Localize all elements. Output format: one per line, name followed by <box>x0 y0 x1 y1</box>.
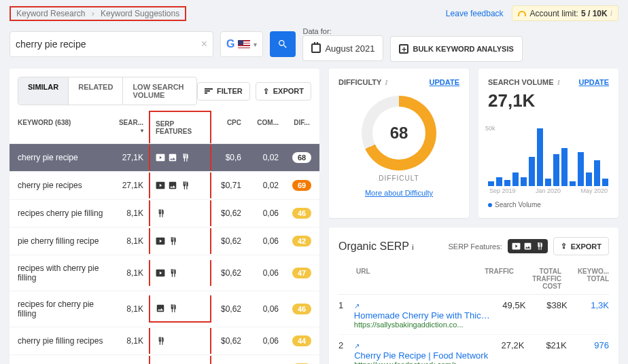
cell-dif: 44 <box>284 327 319 354</box>
organic-serp-card: Organic SERP i SERP Features: ⇪ EXPORT <box>329 228 618 364</box>
cell-search: 8,1K <box>111 260 149 286</box>
chart-x-axis: Sep 2019Jan 2020May 2020 <box>488 187 609 194</box>
th-serp-features[interactable]: SERP FEATURES <box>149 111 211 143</box>
cell-com: 0,06 <box>247 296 284 322</box>
table-header: KEYWORD (638) SEAR... ▾ SERP FEATURES CP… <box>10 111 319 144</box>
chart-bar <box>529 157 535 186</box>
update-volume[interactable]: Update <box>579 78 609 86</box>
breadcrumb-2[interactable]: Keyword Suggestions <box>101 9 179 18</box>
cell-com: 0,06 <box>247 260 284 286</box>
cell-com: 0,02 <box>247 172 284 198</box>
video-icon <box>156 153 165 162</box>
info-icon[interactable]: i <box>557 78 560 86</box>
th-cpc[interactable]: CPC <box>211 111 247 143</box>
account-limit-badge[interactable]: Account limit: 5 / 10K i <box>512 5 618 21</box>
plus-box-icon: + <box>399 44 408 54</box>
table-row[interactable]: cherry pie filling recipes8,1K$0,620,064… <box>10 327 319 355</box>
table-row[interactable]: pie cherry filling recipe8,1K$0,620,0642 <box>10 228 319 255</box>
info-icon[interactable]: i <box>385 78 387 86</box>
cell-serp-features <box>149 228 211 254</box>
chart-bar <box>521 177 527 186</box>
more-about-difficulty[interactable]: More about Difficulty <box>338 189 459 197</box>
serp-export-button[interactable]: ⇪ EXPORT <box>553 237 609 255</box>
cell-cpc: $0,62 <box>211 260 247 286</box>
export-icon: ⇪ <box>561 242 567 251</box>
keyword-search-box[interactable]: × <box>10 31 213 57</box>
difficulty-sub: DIFFICULT <box>338 175 459 182</box>
serp-title-link[interactable]: Homemade Cherry Pie with Thick... <box>354 310 490 321</box>
serp-title-link[interactable]: Cherry Pie Recipe | Food Network <box>354 350 488 361</box>
breadcrumb[interactable]: Keyword Research › Keyword Suggestions <box>10 6 186 21</box>
date-picker[interactable]: August 2021 <box>302 35 383 61</box>
chart-bar <box>553 154 559 186</box>
recipe-icon <box>168 268 177 278</box>
cell-com: 0,06 <box>247 200 284 226</box>
cell-serp-features <box>149 328 211 354</box>
cell-dif: 46 <box>284 295 319 323</box>
leave-feedback-link[interactable]: Leave feedback <box>446 9 504 18</box>
table-row[interactable]: recipes for cherry pie filling8,1K$0,620… <box>10 291 319 327</box>
serp-features-pill[interactable] <box>508 239 548 253</box>
bulk-analysis-button[interactable]: + BULK KEYWORD ANALYSIS <box>390 36 522 62</box>
volume-value: 27,1K <box>488 90 609 111</box>
cell-search: 8,1K <box>111 356 149 364</box>
table-row[interactable]: cherry pie recipes27,1K$0,710,0269 <box>10 172 319 200</box>
th-keyword[interactable]: KEYWORD (638) <box>10 111 111 143</box>
tab-similar[interactable]: SIMILAR <box>18 77 68 105</box>
breadcrumb-1[interactable]: Keyword Research <box>16 9 85 18</box>
cell-keyword: recipes for cherry pie filling <box>10 291 111 327</box>
cell-keyword: recipes cherry pie filling <box>10 200 111 226</box>
chevron-down-icon: ▾ <box>141 128 143 134</box>
recipe-icon <box>156 336 165 346</box>
calendar-icon <box>311 43 321 53</box>
serp-table-header: URL TRAFFIC TOTAL TRAFFIC COST KEYWO... … <box>338 263 609 295</box>
serp-url: https://sallysbakingaddiction.co... <box>354 321 490 329</box>
filter-button[interactable]: FILTER <box>197 82 250 101</box>
update-difficulty[interactable]: Update <box>430 78 459 86</box>
cell-keyword: cherry pie recipe <box>10 145 111 170</box>
cell-search: 8,1K <box>111 200 149 226</box>
cell-search: 8,1K <box>111 296 149 322</box>
volume-card: SEARCH VOLUME i Update 27,1K 50k Sep 201… <box>478 69 618 218</box>
cell-serp-features <box>149 295 211 323</box>
google-icon: G <box>226 38 234 50</box>
video-icon <box>156 268 165 278</box>
serp-kw-link[interactable]: 1,3K <box>568 300 609 310</box>
external-icon[interactable]: ↗ <box>354 342 360 350</box>
export-button[interactable]: ⇪ EXPORT <box>256 82 311 101</box>
table-row[interactable]: recipes cherry pie filling8,1K$0,620,064… <box>10 200 319 228</box>
search-icon <box>277 39 288 50</box>
engine-locale-select[interactable]: G ▾ <box>220 31 263 57</box>
table-row[interactable]: recipes with cherry pie filling8,1K$0,62… <box>10 255 319 291</box>
recipe-icon <box>535 242 544 251</box>
th-search[interactable]: SEAR... ▾ <box>111 111 149 143</box>
chart-bar <box>545 179 551 186</box>
video-icon <box>156 181 165 190</box>
external-icon[interactable]: ↗ <box>354 302 360 310</box>
th-competition[interactable]: COM... <box>247 111 284 143</box>
image-icon <box>156 304 165 313</box>
tab-low-search[interactable]: LOW SEARCH VOLUME <box>122 77 196 105</box>
serp-row[interactable]: 1↗Homemade Cherry Pie with Thick...https… <box>338 295 609 335</box>
keyword-input[interactable] <box>16 39 201 50</box>
chart-bar <box>512 172 519 186</box>
tab-related[interactable]: RELATED <box>68 77 122 105</box>
cell-search: 8,1K <box>111 328 149 354</box>
search-button[interactable] <box>270 31 296 57</box>
chart-bar <box>578 152 584 186</box>
gauge-icon <box>518 11 526 16</box>
serp-kw-link[interactable]: 976 <box>567 340 609 350</box>
filter-icon <box>205 88 213 94</box>
info-icon[interactable]: i <box>412 243 413 251</box>
chart-bar <box>586 172 592 186</box>
clear-icon[interactable]: × <box>201 38 207 50</box>
video-icon <box>156 236 165 246</box>
th-difficulty[interactable]: DIF... <box>284 111 319 143</box>
recipe-icon <box>156 208 165 218</box>
table-row[interactable]: cherry pie filling recipe8,1K$0,620,0642 <box>10 355 319 364</box>
table-row[interactable]: cherry pie recipe27,1K$0,60,0268 <box>10 144 319 172</box>
chart-bar <box>561 148 568 186</box>
serp-row[interactable]: 2↗Cherry Pie Recipe | Food Networkhttps:… <box>338 335 609 364</box>
cell-com: 0,06 <box>247 328 284 354</box>
image-icon <box>523 242 532 251</box>
